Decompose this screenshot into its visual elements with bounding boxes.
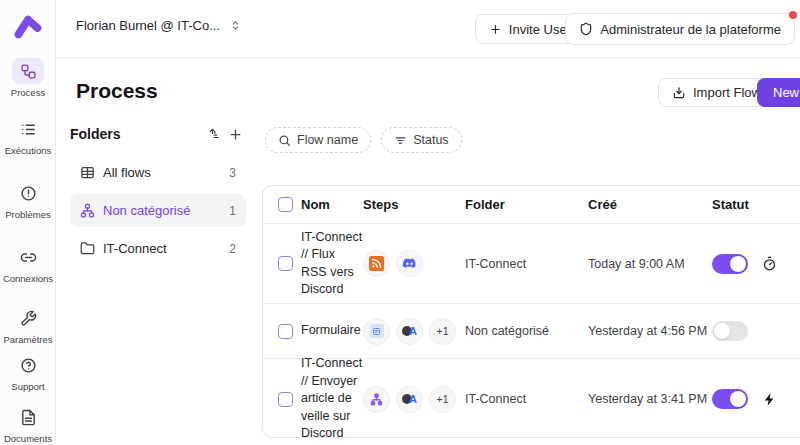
schedule-trigger-icon <box>762 256 777 271</box>
workflow-icon <box>12 58 44 84</box>
notification-dot <box>789 11 797 19</box>
table-row[interactable]: IT-Connect // Flux RSS vers Discord IT-C… <box>263 224 800 304</box>
plus-icon <box>228 127 243 142</box>
sidebar-item-label: Exécutions <box>5 145 51 156</box>
import-icon <box>672 86 686 100</box>
folder-item-it-connect[interactable]: IT-Connect 2 <box>70 232 246 265</box>
ai-icon: A <box>396 318 423 345</box>
forms-icon <box>363 318 390 345</box>
sidebar-item-label: Paramètres <box>3 334 52 345</box>
folder-item-label: IT-Connect <box>103 241 167 256</box>
ai-icon: A <box>396 386 423 413</box>
row-checkbox[interactable] <box>278 256 293 271</box>
plus-icon <box>489 23 502 36</box>
filter-bar: Flow name Status <box>265 127 462 153</box>
sidebar-item-process[interactable]: Process <box>0 58 56 98</box>
sidebar-item-label: Documents <box>4 433 52 444</box>
folder-count: 1 <box>229 204 236 218</box>
sidebar-item-problems[interactable]: Problèmes <box>0 180 56 220</box>
folder-count: 3 <box>229 166 236 180</box>
column-header-created: Créé <box>588 197 712 212</box>
column-header-status: Statut <box>712 197 800 212</box>
flow-created: Yesterday at 4:56 PM <box>588 324 712 338</box>
folders-header: Folders <box>70 122 246 146</box>
top-bar: Florian Burnel @ IT-Co... Invite User Ad… <box>56 0 800 58</box>
status-filter-label: Status <box>413 133 448 147</box>
flow-status-toggle[interactable] <box>712 389 748 409</box>
chevrons-up-down-icon <box>230 20 241 31</box>
search-icon <box>278 134 291 147</box>
page-title: Process <box>76 79 158 103</box>
folder-count: 2 <box>229 242 236 256</box>
flow-name: Formulaire <box>301 322 363 340</box>
flow-name-filter-label: Flow name <box>297 133 358 147</box>
sidebar-item-label: Problèmes <box>5 209 50 220</box>
subflow-icon <box>363 386 390 413</box>
sidebar-item-label: Connexions <box>3 273 53 284</box>
row-checkbox[interactable] <box>278 324 293 339</box>
table-row[interactable]: IT-Connect // Envoyer article de veille … <box>263 359 800 438</box>
app-logo[interactable] <box>0 10 56 44</box>
column-header-name: Nom <box>301 197 363 212</box>
folder-item-label: All flows <box>103 165 151 180</box>
flow-folder: IT-Connect <box>465 392 588 406</box>
sidebar-item-settings[interactable]: Paramètres <box>0 305 56 345</box>
flow-folder: IT-Connect <box>465 257 588 271</box>
folder-item-non-categorise[interactable]: Non catégorisé 1 <box>70 194 246 227</box>
table-icon <box>80 165 95 180</box>
list-icon <box>12 116 44 142</box>
flows-table: Nom Steps Folder Créé Statut IT-Connect … <box>262 185 800 438</box>
new-flow-label: New Flow <box>773 85 800 100</box>
link-icon <box>12 244 44 270</box>
sidebar-item-label: Process <box>11 87 45 98</box>
add-folder-button[interactable] <box>224 123 246 145</box>
flow-status-toggle[interactable] <box>712 254 748 274</box>
filter-icon <box>394 134 407 147</box>
rss-icon <box>363 250 390 277</box>
document-icon <box>12 404 44 430</box>
flow-created: Yesterday at 3:41 PM <box>588 392 712 406</box>
status-filter[interactable]: Status <box>381 127 461 153</box>
sidebar-item-connections[interactable]: Connexions <box>0 244 56 284</box>
flow-name: IT-Connect // Envoyer article de veille … <box>301 355 363 438</box>
sidebar-item-executions[interactable]: Exécutions <box>0 116 56 156</box>
flow-folder: Non catégorisé <box>465 324 588 338</box>
project-selector[interactable]: Florian Burnel @ IT-Co... <box>76 18 241 33</box>
column-header-folder: Folder <box>465 197 588 212</box>
discord-icon <box>396 250 423 277</box>
folders-title: Folders <box>70 126 202 142</box>
flow-created: Today at 9:00 AM <box>588 257 712 271</box>
sort-folders-button[interactable] <box>202 123 224 145</box>
shield-icon <box>579 22 593 36</box>
table-row[interactable]: Formulaire A +1 Non catégorisé Yesterday… <box>263 304 800 359</box>
flow-status-toggle[interactable] <box>712 321 748 341</box>
table-header-row: Nom Steps Folder Créé Statut <box>263 186 800 224</box>
sidebar-item-support[interactable]: Support <box>0 352 56 392</box>
activepieces-logo-icon <box>11 10 45 44</box>
folder-icon <box>80 241 95 256</box>
folder-item-label: Non catégorisé <box>103 203 190 218</box>
sidebar-item-label: Support <box>11 381 44 392</box>
sidebar-item-documents[interactable]: Documents <box>0 404 56 444</box>
folders-panel: Folders All flows 3 Non catégorisé 1 IT-… <box>70 122 246 265</box>
more-steps-badge: +1 <box>429 386 456 413</box>
select-all-checkbox[interactable] <box>278 197 293 212</box>
platform-admin-button[interactable]: Administrateur de la plateforme <box>565 13 795 45</box>
network-icon <box>80 203 95 218</box>
invite-user-label: Invite User <box>509 22 571 37</box>
left-rail: Process Exécutions Problèmes Connexions … <box>0 0 56 445</box>
platform-admin-label: Administrateur de la plateforme <box>600 22 781 37</box>
column-header-steps: Steps <box>363 197 465 212</box>
wrench-icon <box>12 305 44 331</box>
help-circle-icon <box>12 352 44 378</box>
flow-name: IT-Connect // Flux RSS vers Discord <box>301 229 363 299</box>
import-flow-label: Import Flow <box>693 85 761 100</box>
project-selector-label: Florian Burnel @ IT-Co... <box>76 18 220 33</box>
new-flow-button[interactable]: New Flow <box>757 78 800 107</box>
folder-item-all-flows[interactable]: All flows 3 <box>70 156 246 189</box>
more-steps-badge: +1 <box>429 318 456 345</box>
instant-trigger-icon <box>762 392 777 407</box>
alert-circle-icon <box>12 180 44 206</box>
row-checkbox[interactable] <box>278 392 293 407</box>
flow-name-filter[interactable]: Flow name <box>265 127 371 153</box>
